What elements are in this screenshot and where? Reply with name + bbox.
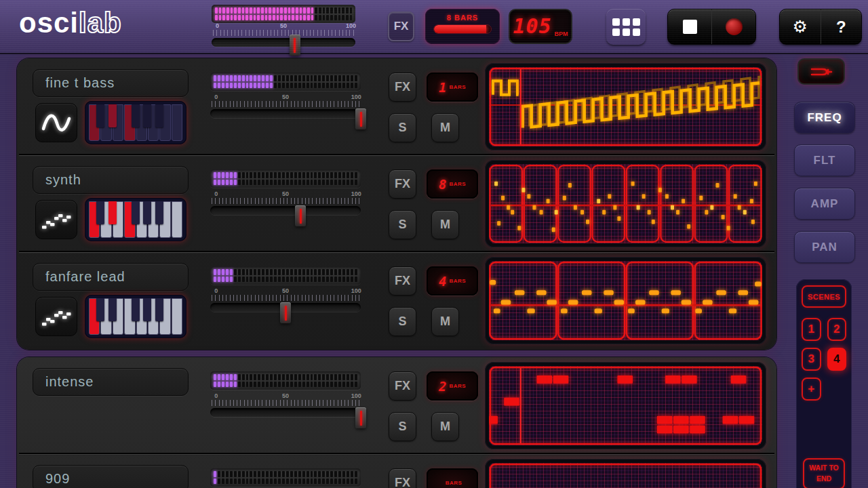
- mode-button-freq[interactable]: FREQ: [794, 102, 855, 134]
- slider-handle[interactable]: [295, 205, 306, 226]
- track-fx-button[interactable]: FX: [389, 468, 416, 488]
- track-volume-slider[interactable]: 050100: [210, 94, 361, 126]
- piano-key-black: [143, 298, 151, 321]
- slider-tick-label: 0: [214, 392, 218, 399]
- slider-track[interactable]: [210, 408, 361, 417]
- scenes-button[interactable]: SCENES: [802, 285, 846, 308]
- track-level-meter: [210, 169, 361, 188]
- scene-grid: 1234+: [802, 318, 846, 401]
- help-icon: ?: [836, 18, 846, 37]
- track-fx-button[interactable]: FX: [389, 73, 416, 102]
- track-volume-slider[interactable]: 050100: [210, 392, 361, 425]
- loop-progress-bar: [433, 24, 492, 34]
- track-bars-display[interactable]: 8 BARS: [427, 169, 478, 199]
- slider-track[interactable]: [210, 109, 361, 118]
- stop-icon: [683, 20, 697, 34]
- slider-tick-label: 50: [280, 22, 287, 29]
- waveform-icon-button[interactable]: [35, 103, 77, 142]
- slider-tick-label: 0: [214, 94, 218, 100]
- solo-button[interactable]: S: [389, 412, 416, 441]
- mode-button-amp[interactable]: AMP: [794, 188, 855, 220]
- track-name-field[interactable]: intense: [33, 368, 189, 396]
- slider-tick-label: 50: [282, 94, 289, 100]
- wait-to-end-button[interactable]: WAIT TO END: [803, 458, 845, 488]
- mute-button[interactable]: M: [431, 307, 459, 336]
- track-bars-display[interactable]: BARS: [427, 468, 478, 488]
- slider-handle[interactable]: [290, 35, 300, 56]
- track-volume-slider[interactable]: 050100: [210, 287, 361, 320]
- piano-key-black: [96, 201, 104, 224]
- transport-controls: [667, 9, 756, 45]
- track-name-field[interactable]: synth: [33, 166, 189, 194]
- solo-button[interactable]: S: [389, 113, 416, 142]
- track-row-intense: intense 050100 FX 2 BARS S M: [17, 357, 776, 454]
- slider-handle[interactable]: [355, 108, 366, 129]
- piano-key-black: [132, 201, 140, 224]
- track-bars-display[interactable]: 2 BARS: [427, 371, 478, 401]
- keyboard-display[interactable]: [85, 101, 186, 144]
- piano-key-black: [155, 201, 163, 224]
- help-button[interactable]: ?: [821, 9, 862, 44]
- bpm-display[interactable]: 105 BPM: [509, 9, 572, 44]
- step-sequence-icon: [40, 301, 73, 332]
- track-group-lower: intense 050100 FX 2 BARS S M 909 050100 …: [17, 357, 776, 488]
- waveform-icon-button[interactable]: [35, 200, 77, 239]
- mode-button-flt[interactable]: FLT: [794, 144, 855, 176]
- slider-handle[interactable]: [280, 302, 291, 323]
- slider-track[interactable]: [212, 38, 355, 47]
- loop-length-display[interactable]: 8 BARS: [425, 9, 500, 44]
- scene-button-4[interactable]: 4: [827, 348, 847, 371]
- track-fx-button[interactable]: FX: [389, 169, 416, 199]
- keyboard-display[interactable]: [85, 198, 186, 241]
- scene-button-+[interactable]: +: [802, 378, 821, 401]
- pattern-display[interactable]: [485, 63, 766, 150]
- bars-unit-label: BARS: [449, 383, 466, 389]
- record-icon: [726, 18, 743, 35]
- logo-solid: osci: [19, 7, 79, 39]
- scene-button-3[interactable]: 3: [802, 348, 821, 371]
- pads-view-button[interactable]: [606, 9, 646, 45]
- slider-tick-label: 50: [282, 287, 289, 294]
- piano-key-white: [172, 201, 182, 238]
- master-fx-button[interactable]: FX: [388, 12, 414, 41]
- pattern-display[interactable]: [485, 362, 766, 449]
- scene-button-2[interactable]: 2: [827, 318, 847, 341]
- track-bars-display[interactable]: 1 BARS: [427, 73, 478, 102]
- pattern-display[interactable]: [485, 160, 766, 247]
- slider-track[interactable]: [210, 206, 361, 215]
- bars-value: 2: [439, 379, 446, 394]
- slider-tick-label: 50: [282, 190, 289, 197]
- waveform-icon-button[interactable]: [35, 297, 77, 336]
- track-name-label: synth: [45, 172, 81, 188]
- loop-progress-fill: [434, 25, 486, 33]
- track-fx-button[interactable]: FX: [389, 371, 416, 401]
- app-logo: oscilab: [19, 7, 122, 39]
- pads-grid-icon: [612, 18, 640, 36]
- solo-button[interactable]: S: [389, 210, 416, 239]
- piano-key-black: [132, 104, 140, 127]
- master-volume-slider[interactable]: 050100: [212, 22, 355, 52]
- slider-handle[interactable]: [355, 407, 366, 428]
- record-button[interactable]: [711, 9, 755, 44]
- bars-value: 4: [439, 274, 446, 289]
- mute-button[interactable]: M: [431, 210, 459, 239]
- scene-button-1[interactable]: 1: [802, 318, 821, 341]
- keyboard-display[interactable]: [85, 295, 186, 338]
- settings-button[interactable]: ⚙: [780, 9, 821, 44]
- pattern-display[interactable]: [485, 459, 766, 488]
- gear-icon: ⚙: [793, 17, 808, 37]
- track-volume-slider[interactable]: 050100: [210, 190, 361, 223]
- track-name-field[interactable]: fanfare lead: [33, 263, 189, 291]
- mute-button[interactable]: M: [431, 113, 459, 142]
- track-bars-display[interactable]: 4 BARS: [427, 266, 478, 296]
- track-fx-button[interactable]: FX: [389, 266, 416, 296]
- track-name-field[interactable]: 909: [33, 465, 189, 488]
- tuner-button[interactable]: [797, 58, 845, 85]
- master-level-meter: [212, 5, 355, 23]
- mute-button[interactable]: M: [431, 412, 459, 441]
- stop-button[interactable]: [668, 9, 711, 44]
- mode-button-pan[interactable]: PAN: [794, 231, 855, 263]
- track-name-field[interactable]: fine t bass: [33, 69, 189, 97]
- solo-button[interactable]: S: [389, 307, 416, 336]
- pattern-display[interactable]: [485, 257, 766, 344]
